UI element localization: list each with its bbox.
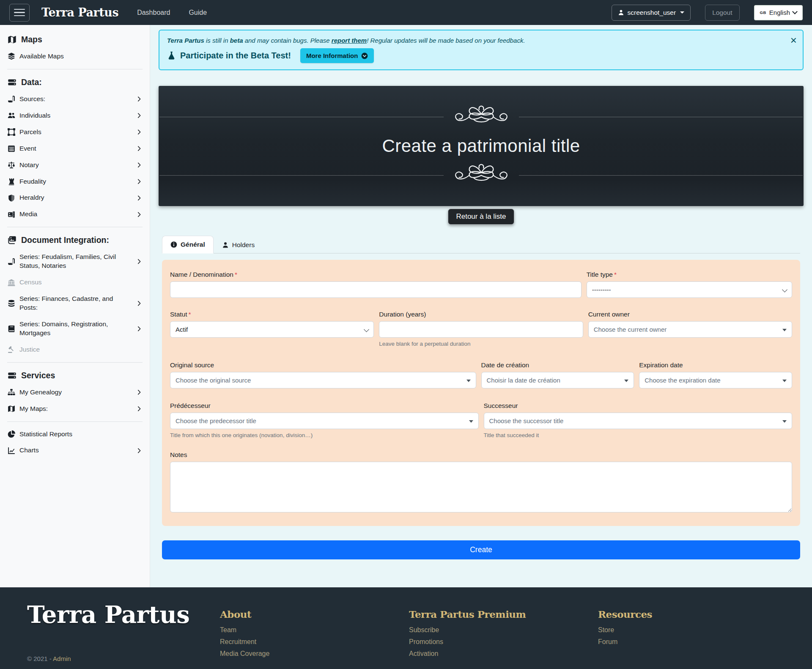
sidebar-item-parcels[interactable]: Parcels (0, 124, 150, 140)
duration-input[interactable] (379, 321, 583, 338)
title-type-label: Title type* (587, 271, 792, 278)
predecessor-label: Prédécesseur (170, 402, 479, 410)
sidebar-item-charts[interactable]: Charts (0, 442, 150, 459)
chevron-right-icon (136, 195, 142, 201)
sidebar-section-data: Data: (0, 74, 150, 91)
predecessor-select[interactable]: Choose the predecessor title (170, 413, 479, 429)
footer-heading-about: About (220, 608, 409, 620)
statut-select[interactable]: Actif (170, 321, 374, 338)
chevron-circle-down-icon (361, 52, 368, 59)
back-to-list-button[interactable]: Retour à la liste (448, 209, 514, 225)
footer: Terra Partus © 2021 - Admin About Team R… (0, 587, 812, 669)
sidebar-item-feudality[interactable]: Feudality (0, 173, 150, 190)
caret-down-icon (680, 11, 684, 14)
name-input[interactable] (170, 281, 582, 298)
language-select[interactable]: GB English (754, 5, 803, 20)
sidebar-item-series-feudalism[interactable]: Series: Feudalism, Families, Civil Statu… (0, 249, 150, 274)
sidebar-item-available-maps[interactable]: Available Maps (0, 48, 150, 65)
footer-link-store[interactable]: Store (598, 624, 787, 636)
notes-label: Notes (170, 451, 792, 459)
create-button[interactable]: Create (162, 540, 800, 559)
field-statut: Statut* Actif (170, 311, 374, 347)
close-icon[interactable]: × (790, 35, 797, 46)
tab-holders[interactable]: Holders (214, 236, 263, 253)
brand-logo[interactable]: Terra Partus (41, 6, 118, 19)
footer-link-forum[interactable]: Forum (598, 636, 787, 648)
chart-pie-icon (8, 430, 15, 438)
chevron-right-icon (136, 448, 142, 454)
sidebar-item-individuals[interactable]: Individuals (0, 107, 150, 124)
footer-heading-premium: Terra Partus Premium (409, 608, 598, 620)
notes-textarea[interactable] (170, 462, 792, 512)
successor-select[interactable]: Choose the successor title (484, 413, 793, 429)
scroll-icon (8, 95, 15, 103)
main-content: Terra Partus is still in beta and may co… (150, 25, 812, 587)
title-type-select[interactable]: --------- (587, 281, 792, 298)
footer-heading-resources: Resources (598, 608, 787, 620)
original-source-select[interactable]: Choose the original source (170, 372, 476, 388)
sidebar-item-series-finances[interactable]: Series: Finances, Cadastre, and Posts: (0, 291, 150, 316)
hero-divider-line (519, 117, 803, 117)
chevron-right-icon (136, 179, 142, 184)
footer-brand-logo: Terra Partus (27, 597, 220, 632)
user-name: screenshot_user (628, 9, 676, 17)
expiration-date-label: Expiration date (639, 361, 792, 369)
footer-link-team[interactable]: Team (220, 624, 409, 636)
sidebar-item-series-domains[interactable]: Series: Domains, Registration, Mortgages (0, 316, 150, 341)
sidebar-item-statistical-reports[interactable]: Statistical Reports (0, 426, 150, 443)
body-row: Maps Available Maps Data: Sources: Indiv… (0, 25, 812, 587)
sidebar-item-my-genealogy[interactable]: My Genealogy (0, 384, 150, 401)
coins-icon (8, 300, 15, 307)
chevron-right-icon (136, 162, 142, 168)
field-expiration-date: Expiration date Choose the expiration da… (639, 361, 792, 388)
sidebar-item-heraldry[interactable]: Heraldry (0, 190, 150, 206)
tabs-area: Général Holders Name / Denomination* (162, 236, 800, 559)
successor-label: Successeur (484, 402, 793, 410)
footer-link-subscribe[interactable]: Subscribe (409, 624, 598, 636)
tab-general[interactable]: Général (162, 236, 214, 253)
sidebar-toggle-button[interactable] (9, 4, 30, 22)
dropdown-arrow-icon (782, 420, 787, 423)
footer-link-media-coverage[interactable]: Media Coverage (220, 648, 409, 660)
dropdown-arrow-icon (466, 380, 471, 382)
sidebar-item-media[interactable]: Media (0, 206, 150, 223)
user-menu-button[interactable]: screenshot_user (612, 5, 691, 21)
sidebar-item-event[interactable]: Event (0, 140, 150, 157)
predecessor-help: Title from which this one originates (no… (170, 432, 479, 438)
flourish-ornament (450, 104, 513, 130)
field-name-denomination: Name / Denomination* (170, 271, 582, 298)
hero-divider-line (519, 175, 803, 176)
footer-link-promotions[interactable]: Promotions (409, 636, 598, 648)
footer-link-activation[interactable]: Activation (409, 648, 598, 660)
sidebar-item-my-maps[interactable]: My Maps: (0, 401, 150, 417)
report-them-link[interactable]: report them (332, 37, 367, 44)
beta-heading: Participate in the Beta Test! (180, 51, 291, 61)
sidebar-divider (7, 362, 143, 363)
beta-alert: Terra Partus is still in beta and may co… (159, 30, 804, 70)
dropdown-arrow-icon (469, 420, 473, 423)
successor-help: Title that succeeded it (484, 432, 793, 438)
current-owner-select[interactable]: Choose the current owner (588, 321, 792, 338)
creation-date-select[interactable]: Choisir la date de création (481, 372, 634, 388)
field-successor: Successeur Choose the successor title Ti… (484, 402, 793, 438)
field-predecessor: Prédécesseur Choose the predecessor titl… (170, 402, 479, 438)
shield-icon (8, 194, 15, 202)
duration-label: Duration (years) (379, 311, 583, 318)
expiration-date-select[interactable]: Choose the expiration date (639, 372, 792, 388)
book-icon (8, 325, 15, 333)
admin-link[interactable]: Admin (53, 655, 71, 662)
flourish-ornament (450, 162, 513, 188)
sidebar-item-sources[interactable]: Sources: (0, 91, 150, 107)
sidebar-item-notary[interactable]: Notary (0, 157, 150, 173)
required-marker: * (189, 311, 191, 318)
field-original-source: Original source Choose the original sour… (170, 361, 476, 388)
footer-link-recruitment[interactable]: Recruitment (220, 636, 409, 648)
person-icon (222, 242, 229, 248)
sitemap-icon (8, 388, 15, 396)
nav-link-guide[interactable]: Guide (189, 9, 207, 17)
logout-button[interactable]: Logout (705, 5, 739, 21)
beta-brand: Terra Partus (167, 37, 204, 44)
more-information-button[interactable]: More Information (300, 48, 374, 63)
field-duration: Duration (years) Leave blank for a perpe… (379, 311, 583, 347)
nav-link-dashboard[interactable]: Dashboard (137, 9, 170, 17)
